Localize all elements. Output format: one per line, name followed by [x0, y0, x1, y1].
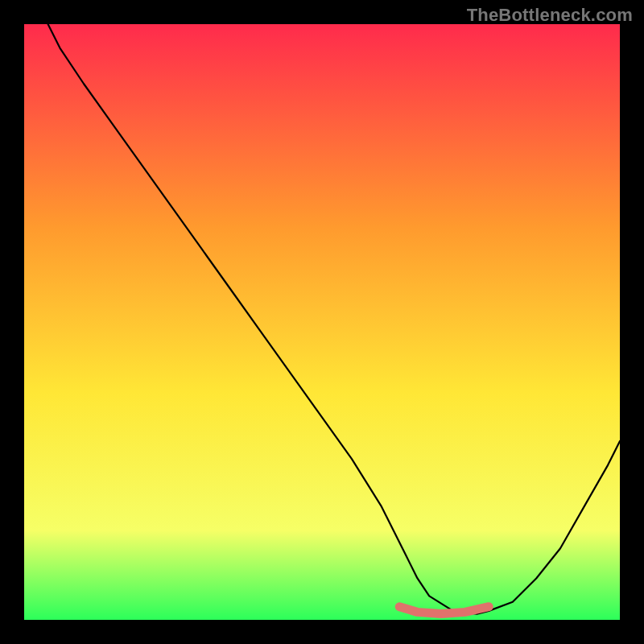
watermark-label: TheBottleneck.com [467, 5, 633, 26]
gradient-background [24, 24, 620, 620]
plot-area [24, 24, 620, 620]
plot-svg [24, 24, 620, 620]
chart-frame: TheBottleneck.com [0, 0, 644, 644]
